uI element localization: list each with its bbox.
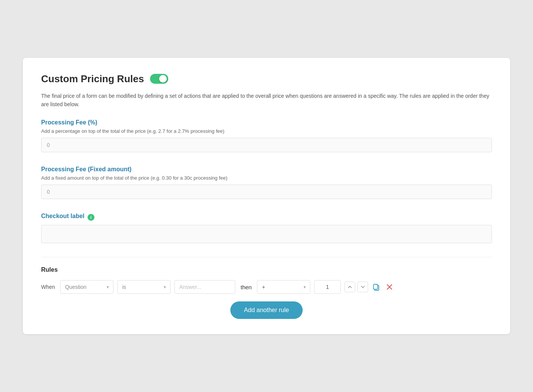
when-label: When xyxy=(41,284,56,290)
checkout-label-header: Checkout label i xyxy=(41,213,492,222)
page-title: Custom Pricing Rules xyxy=(41,73,144,85)
is-select-wrapper: is ▼ xyxy=(117,280,171,294)
answer-input[interactable] xyxy=(174,280,235,294)
processing-fee-percent-section: Processing Fee (%) Add a percentage on t… xyxy=(41,119,492,163)
chevron-down-icon xyxy=(361,285,365,289)
is-select[interactable]: is xyxy=(117,280,171,294)
copy-icon xyxy=(372,283,380,291)
processing-fee-fixed-desc: Add a fixed amount on top of the total o… xyxy=(41,175,492,181)
enable-toggle[interactable] xyxy=(150,74,168,84)
rules-title: Rules xyxy=(41,266,492,273)
move-up-button[interactable] xyxy=(345,282,355,292)
rule-value-input[interactable] xyxy=(314,280,341,294)
checkout-label-title: Checkout label xyxy=(41,213,85,220)
add-rule-button[interactable]: Add another rule xyxy=(230,301,303,319)
close-icon xyxy=(386,283,393,291)
processing-fee-percent-title: Processing Fee (%) xyxy=(41,119,492,126)
processing-fee-percent-input[interactable] xyxy=(41,138,492,152)
processing-fee-fixed-input[interactable] xyxy=(41,185,492,199)
page-description: The final price of a form can be modifie… xyxy=(41,92,492,109)
processing-fee-fixed-title: Processing Fee (Fixed amount) xyxy=(41,166,492,173)
section-divider xyxy=(41,257,492,257)
rule-row: When Question ▼ is ▼ then xyxy=(41,280,492,294)
copy-rule-button[interactable] xyxy=(370,281,382,293)
question-select-wrapper: Question ▼ xyxy=(60,280,113,294)
then-label: then xyxy=(239,284,253,290)
chevron-up-icon xyxy=(348,285,352,289)
processing-fee-fixed-section: Processing Fee (Fixed amount) Add a fixe… xyxy=(41,166,492,210)
move-down-button[interactable] xyxy=(357,282,368,292)
page-header: Custom Pricing Rules xyxy=(41,73,492,85)
action-select-wrapper: + - * / ▼ xyxy=(257,280,310,294)
svg-rect-1 xyxy=(373,284,378,289)
question-select[interactable]: Question xyxy=(60,280,113,294)
processing-fee-percent-desc: Add a percentage on top of the total of … xyxy=(41,128,492,134)
checkout-label-input[interactable] xyxy=(41,225,492,243)
main-card: Custom Pricing Rules The final price of … xyxy=(23,58,510,335)
delete-rule-button[interactable] xyxy=(384,282,395,292)
action-select[interactable]: + - * / xyxy=(257,280,310,294)
rules-section: Rules When Question ▼ is ▼ then xyxy=(41,266,492,319)
checkout-label-section: Checkout label i xyxy=(41,213,492,254)
checkout-label-info-icon[interactable]: i xyxy=(88,214,94,221)
rule-action-buttons xyxy=(345,281,395,293)
